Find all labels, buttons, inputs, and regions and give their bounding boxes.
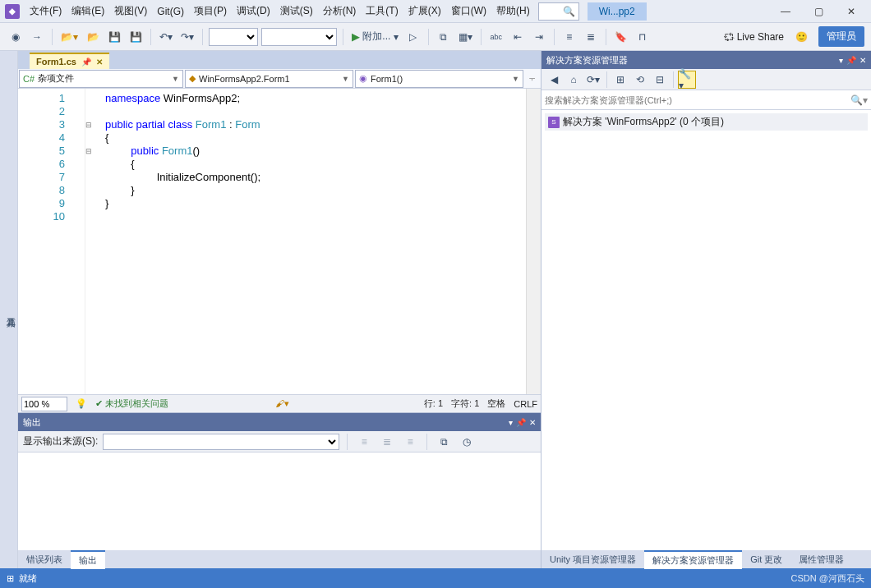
zoom-combo[interactable] xyxy=(21,397,67,411)
solution-node[interactable]: S 解决方案 'WinFormsApp2' (0 个项目) xyxy=(545,113,868,131)
output-toolbar: 显示输出来源(S): ≡ ≣ ≡ ⧉ ◷ xyxy=(18,431,541,452)
status-ready: 就绪 xyxy=(19,572,37,585)
tab-output[interactable]: 输出 xyxy=(71,550,105,569)
platform-combo[interactable] xyxy=(261,28,337,46)
toolbox-icon-2[interactable]: ▦▾ xyxy=(456,27,475,47)
tab-solex[interactable]: 解决方案资源管理器 xyxy=(644,550,742,569)
tab-props[interactable]: 属性管理器 xyxy=(790,551,852,568)
solex-search-box[interactable]: 🔍▾ xyxy=(541,90,871,110)
save-icon[interactable]: 💾 xyxy=(105,27,123,47)
output-clock-icon[interactable]: ◷ xyxy=(458,432,476,452)
output-toggle1-icon[interactable]: ≣ xyxy=(378,432,396,452)
status-icon: ⊞ xyxy=(7,573,14,584)
left-tool-strip[interactable]: 工具箱 xyxy=(0,51,18,568)
start-debug-button[interactable]: ▶ 附加... ▾ xyxy=(349,27,401,47)
menu-test[interactable]: 测试(S) xyxy=(275,1,318,21)
class-icon: ◆ xyxy=(189,73,196,84)
tab-gitchanges[interactable]: Git 更改 xyxy=(742,551,790,568)
fold-column[interactable]: ⊟ ⊟ xyxy=(85,92,97,158)
search-icon[interactable]: 🔍▾ xyxy=(850,94,868,106)
save-all-icon[interactable]: 💾 xyxy=(127,27,145,47)
menu-analyze[interactable]: 分析(N) xyxy=(318,1,362,21)
tab-error-list[interactable]: 错误列表 xyxy=(18,551,71,568)
solex-close-icon[interactable]: ✕ xyxy=(859,56,866,65)
solex-properties-icon[interactable]: 🔧▾ xyxy=(678,71,696,89)
toolbox-icon-1[interactable]: ⧉ xyxy=(435,27,453,47)
code-editor[interactable]: 123 456 789 10 ⊟ ⊟ namespace WinFormsApp… xyxy=(18,89,541,394)
solex-title-bar[interactable]: 解决方案资源管理器 ▾ 📌 ✕ xyxy=(541,51,871,69)
solex-dropdown-icon[interactable]: ▾ xyxy=(839,56,843,65)
output-panel-title[interactable]: 输出 ▾ 📌 ✕ xyxy=(18,413,541,431)
close-button[interactable]: ✕ xyxy=(835,0,868,23)
abc-icon[interactable]: abc xyxy=(487,27,505,47)
titlebar-search[interactable]: 🔍 xyxy=(538,2,579,21)
solex-search-input[interactable] xyxy=(545,95,850,105)
menu-edit[interactable]: 编辑(E) xyxy=(67,1,109,21)
menu-extensions[interactable]: 扩展(X) xyxy=(403,1,446,21)
menu-view[interactable]: 视图(V) xyxy=(109,1,152,21)
menu-debug[interactable]: 调试(D) xyxy=(232,1,275,21)
split-icon[interactable]: ⫟ xyxy=(524,73,541,85)
maximize-button[interactable]: ▢ xyxy=(802,0,835,23)
solex-collapse-icon[interactable]: ⊟ xyxy=(651,71,669,89)
solex-back-icon[interactable]: ◀ xyxy=(545,71,563,89)
liveshare-button[interactable]: ⮔ Live Share xyxy=(719,31,789,43)
uncomment-icon[interactable]: ≣ xyxy=(582,27,600,47)
redo-icon[interactable]: ↷▾ xyxy=(178,27,196,47)
panel-close-icon[interactable]: ✕ xyxy=(529,418,536,427)
editor-scrollbar[interactable] xyxy=(526,89,541,394)
output-wrap-icon[interactable]: ⧉ xyxy=(435,432,453,452)
bookmark-icon[interactable]: 🔖 xyxy=(612,27,630,47)
indent-left-icon[interactable]: ⇤ xyxy=(509,27,527,47)
menu-help[interactable]: 帮助(H) xyxy=(491,1,535,21)
output-clear-icon[interactable]: ≡ xyxy=(355,432,373,452)
panel-dropdown-icon[interactable]: ▾ xyxy=(509,418,513,427)
solex-pin-icon[interactable]: 📌 xyxy=(846,56,856,65)
brush-icon[interactable]: 🖌▾ xyxy=(275,398,289,409)
menu-git[interactable]: Git(G) xyxy=(152,2,189,21)
nav-member-label: Form1() xyxy=(371,74,403,84)
menu-file[interactable]: 文件(F) xyxy=(25,1,67,21)
output-body[interactable] xyxy=(18,452,541,550)
no-issues-status[interactable]: ✔ 未找到相关问题 xyxy=(95,397,168,410)
panel-pin-icon[interactable]: 📌 xyxy=(516,418,526,427)
document-tab-bar: Form1.cs 📌 ✕ xyxy=(18,51,541,69)
open-icon[interactable]: 📂 xyxy=(84,27,102,47)
feedback-icon[interactable]: 🙂 xyxy=(792,27,810,47)
solex-refresh-icon[interactable]: ⟲ xyxy=(631,71,649,89)
pin-icon[interactable]: 📌 xyxy=(81,57,91,67)
vs-logo-icon: ◆ xyxy=(5,4,20,19)
tab-unity[interactable]: Unity 项目资源管理器 xyxy=(541,551,644,568)
method-icon: ◉ xyxy=(359,73,367,84)
menu-window[interactable]: 窗口(W) xyxy=(446,1,491,21)
liveshare-label: Live Share xyxy=(737,31,784,43)
output-source-combo[interactable] xyxy=(103,434,339,450)
solex-sync-icon[interactable]: ⟳▾ xyxy=(584,71,602,89)
admin-button[interactable]: 管理员 xyxy=(818,26,864,47)
close-tab-icon[interactable]: ✕ xyxy=(96,57,103,67)
nav-fwd-icon[interactable]: → xyxy=(28,27,46,47)
solex-home-icon[interactable]: ⌂ xyxy=(565,71,583,89)
config-combo[interactable] xyxy=(209,28,258,46)
nav-misc-combo[interactable]: C# 杂项文件 ▼ xyxy=(19,70,183,88)
solex-tree[interactable]: S 解决方案 'WinFormsApp2' (0 个项目) xyxy=(541,110,871,550)
solex-showall-icon[interactable]: ⊞ xyxy=(611,71,629,89)
light-bulb-icon[interactable]: 💡 xyxy=(76,398,87,409)
menu-project[interactable]: 项目(P) xyxy=(189,1,232,21)
nav-class-combo[interactable]: ◆ WinFormsApp2.Form1 ▼ xyxy=(185,70,353,88)
nav-member-combo[interactable]: ◉ Form1() ▼ xyxy=(355,70,523,88)
undo-icon[interactable]: ↶▾ xyxy=(157,27,175,47)
minimize-button[interactable]: — xyxy=(769,0,802,23)
new-project-icon[interactable]: 📂▾ xyxy=(58,27,81,47)
code-content[interactable]: namespace WinFormsApp2; public partial c… xyxy=(85,89,526,394)
bookmark-nav-icon[interactable]: ⊓ xyxy=(634,27,652,47)
tab-form1cs[interactable]: Form1.cs 📌 ✕ xyxy=(30,53,109,69)
menu-tools[interactable]: 工具(T) xyxy=(361,1,403,21)
indent-right-icon[interactable]: ⇥ xyxy=(530,27,548,47)
output-toggle2-icon[interactable]: ≡ xyxy=(401,432,419,452)
comment-icon[interactable]: ≡ xyxy=(560,27,578,47)
right-tab-bar: Unity 项目资源管理器 解决方案资源管理器 Git 更改 属性管理器 xyxy=(541,550,871,568)
debug-step-icon[interactable]: ▷ xyxy=(404,27,422,47)
nav-back-icon[interactable]: ◉ xyxy=(7,27,25,47)
app-title: Wi...pp2 xyxy=(588,2,647,21)
